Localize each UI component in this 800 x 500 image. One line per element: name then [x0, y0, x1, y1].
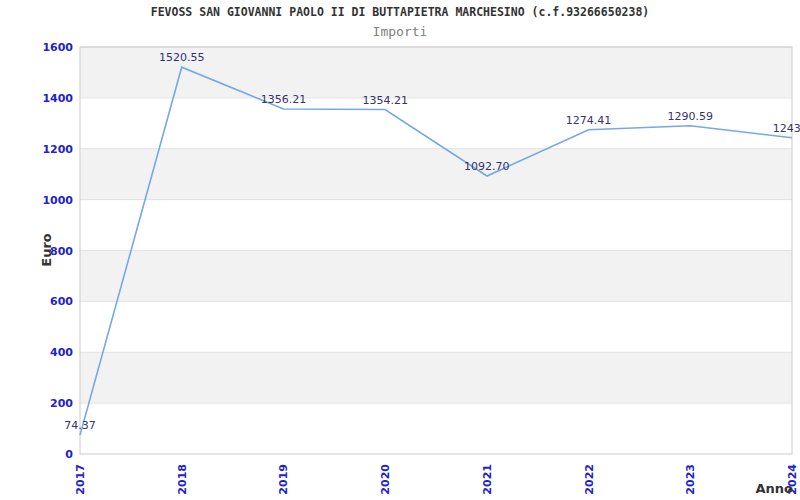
plot-band [80, 352, 792, 403]
y-tick-label: 1200 [42, 143, 73, 156]
data-point-label: 1092.70 [464, 160, 510, 173]
y-tick-label: 1400 [42, 92, 73, 105]
y-tick-label: 200 [50, 397, 73, 410]
data-point-label: 74.37 [64, 419, 96, 432]
y-axis-title: Euro [39, 233, 54, 267]
data-point-label: 1274.41 [566, 114, 612, 127]
y-tick-label: 1600 [42, 41, 73, 54]
x-tick-label: 2018 [176, 464, 189, 495]
data-point-label: 1354.21 [362, 94, 408, 107]
y-tick-label: 0 [65, 448, 73, 461]
y-tick-label: 400 [50, 346, 73, 359]
y-tick-label: 600 [50, 295, 73, 308]
data-point-label: 1520.55 [159, 51, 205, 64]
x-tick-label: 2023 [684, 464, 697, 495]
x-tick-label: 2019 [277, 464, 290, 495]
plot-band [80, 149, 792, 200]
plot-band [80, 251, 792, 302]
x-tick-label: 2020 [379, 464, 392, 495]
chart-container: FEVOSS SAN GIOVANNI PAOLO II DI BUTTAPIE… [0, 0, 800, 500]
y-tick-label: 1000 [42, 194, 73, 207]
data-point-label: 1290.59 [668, 110, 714, 123]
x-tick-label: 2021 [481, 464, 494, 495]
x-axis-title: Anno [755, 481, 793, 496]
x-tick-label: 2017 [74, 464, 87, 495]
x-tick-label: 2022 [583, 464, 596, 495]
data-point-label: 1243.0 [773, 122, 800, 135]
data-point-label: 1356.21 [261, 93, 307, 106]
line-chart-plot: 0200400600800100012001400160020172018201… [0, 0, 800, 500]
